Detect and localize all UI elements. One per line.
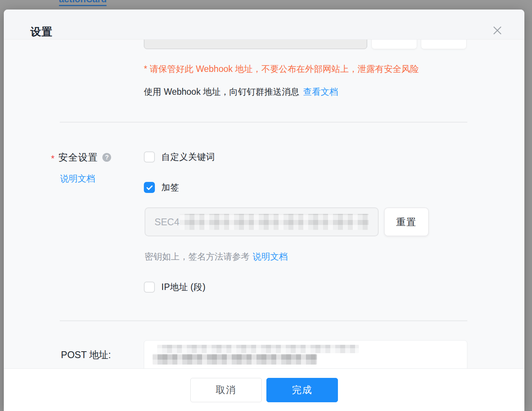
checkbox-icon [144,151,155,162]
secret-key-prefix: SEC4 [155,217,179,228]
post-address-label: POST 地址: [61,349,111,361]
security-settings-label: 安全设置 [58,151,98,164]
section-divider [60,320,467,321]
help-question-icon[interactable]: ? [102,153,111,162]
redacted-post-value-line2 [153,354,317,365]
checkbox-custom-keywords[interactable]: 自定义关键词 [144,151,215,163]
webhook-action-button-1[interactable] [371,40,417,49]
secret-hint-text: 密钥如上，签名方法请参考 [145,252,250,261]
checkbox-label: IP地址 (段) [161,281,205,293]
confirm-button[interactable]: 完成 [266,378,338,402]
reset-button[interactable]: 重置 [384,207,429,236]
modal-header: 设置 [4,10,524,40]
checkbox-ip-address[interactable]: IP地址 (段) [144,281,205,293]
checkbox-label: 自定义关键词 [161,151,215,163]
redacted-post-value-line1 [157,345,359,353]
checkbox-icon [144,182,155,193]
dimmed-backdrop: { "background": { "partial_text": "actio… [0,0,532,411]
background-action-card-text: actionCard [59,0,107,6]
page-title: 设置 [30,25,53,39]
checkbox-label: 加签 [161,182,179,193]
view-docs-link[interactable]: 查看文档 [303,87,338,97]
webhook-action-button-2[interactable] [421,40,467,49]
signing-docs-link[interactable]: 说明文档 [253,252,288,261]
cancel-button[interactable]: 取消 [190,378,262,402]
settings-modal: 设置 * 请保管好此 Webhook 地址，不要公布在外部网站上，泄露有安全风险… [4,10,524,411]
webhook-warning-text: * 请保管好此 Webhook 地址，不要公布在外部网站上，泄露有安全风险 [144,63,419,75]
secret-key-input[interactable]: SEC4 [145,207,379,236]
modal-footer: 取消 完成 [4,368,524,411]
security-docs-link[interactable]: 说明文档 [60,173,95,185]
post-address-input[interactable] [144,340,467,368]
checkbox-sign[interactable]: 加签 [144,182,179,193]
secret-hint-row: 密钥如上，签名方法请参考说明文档 [145,251,288,263]
checkbox-icon [144,282,155,293]
section-divider [60,122,467,123]
security-settings-label-row: * 安全设置 ? [51,151,111,164]
close-icon[interactable] [492,25,503,36]
webhook-usage-row: 使用 Webhook 地址，向钉钉群推送消息查看文档 [144,86,338,98]
redacted-secret-value [180,214,369,230]
modal-body: * 请保管好此 Webhook 地址，不要公布在外部网站上，泄露有安全风险 使用… [4,40,524,368]
required-asterisk: * [51,153,54,164]
webhook-url-input[interactable] [144,40,367,49]
webhook-usage-text: 使用 Webhook 地址，向钉钉群推送消息 [144,87,299,97]
